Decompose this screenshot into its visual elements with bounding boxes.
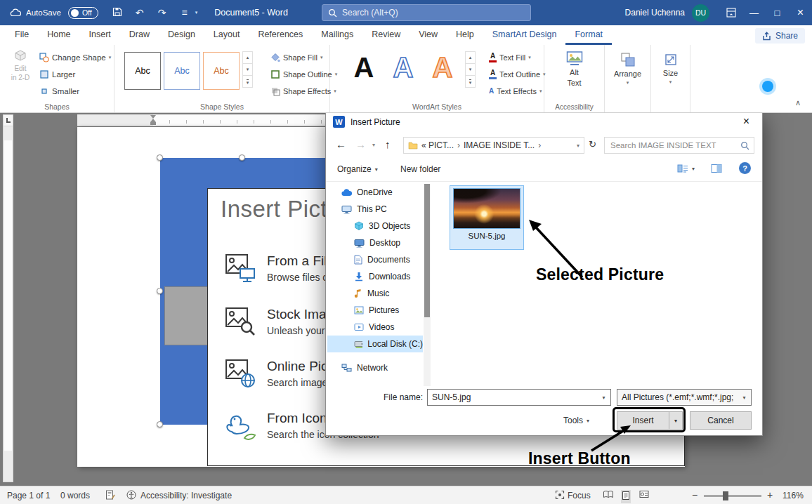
dropdown-icon[interactable]: ▾ [737, 394, 751, 401]
zoom-in-button[interactable]: + [767, 489, 773, 500]
tab-draw[interactable]: Draw [120, 25, 159, 45]
help-button[interactable]: ? [739, 162, 751, 174]
shape-effects-button[interactable]: Shape Effects ▾ [270, 84, 336, 98]
dialog-search-input[interactable] [605, 138, 754, 153]
qat-menu-button[interactable]: ≡ [176, 7, 194, 18]
sidebar-item-documents[interactable]: Documents [327, 251, 423, 268]
tab-review[interactable]: Review [362, 25, 410, 45]
collapse-ribbon-button[interactable]: ∧ [795, 98, 801, 107]
recent-locations-caret[interactable]: ▾ [372, 142, 375, 148]
wordart-preset-1[interactable]: A [347, 48, 381, 87]
share-button[interactable]: Share [755, 28, 805, 44]
text-outline-button[interactable]: A Text Outline ▾ [489, 67, 546, 81]
sidebar-item-local-disk-c[interactable]: Local Disk (C:) [327, 336, 423, 352]
file-tile-sun5[interactable]: SUN-5.jpg [450, 185, 524, 250]
sidebar-item-pictures[interactable]: Pictures [327, 302, 423, 319]
tab-insert[interactable]: Insert [80, 25, 120, 45]
tab-home[interactable]: Home [38, 25, 79, 45]
arrange-button[interactable]: Arrange ▾ [605, 52, 650, 86]
change-view-button[interactable]: ▾ [677, 164, 695, 173]
sidebar-item-music[interactable]: Music [327, 285, 423, 302]
address-dropdown-caret[interactable]: ▾ [577, 142, 579, 149]
size-button[interactable]: Size ▾ [651, 53, 690, 85]
gallery-scroll-up-button[interactable]: ▴ [465, 51, 476, 64]
proofing-icon[interactable] [105, 490, 115, 502]
insert-dropdown-icon[interactable]: ▾ [669, 412, 682, 429]
alt-text-button[interactable]: Alt Text [544, 51, 604, 87]
from-a-file-option[interactable]: From a FileBrowse files o [225, 253, 334, 283]
zoom-slider-thumb[interactable] [723, 491, 728, 500]
tab-format[interactable]: Format [565, 25, 612, 45]
file-name-combo[interactable]: ▾ [427, 389, 611, 406]
user-name[interactable]: Daniel Uchenna [625, 8, 685, 18]
close-button[interactable]: × [789, 0, 812, 25]
preview-pane-button[interactable] [711, 164, 722, 173]
shape-handle-top-center[interactable] [239, 154, 245, 161]
shape-fill-button[interactable]: Shape Fill ▾ [270, 51, 322, 65]
address-bar[interactable]: « PICT... › IMAGE INSIDE T... › ▾ [403, 137, 584, 154]
sidebar-item-desktop[interactable]: Desktop [327, 234, 423, 251]
tab-design[interactable]: Design [159, 25, 204, 45]
wordart-preset-3[interactable]: A [426, 48, 459, 87]
tab-references[interactable]: References [249, 25, 312, 45]
scrollbar-thumb[interactable] [424, 184, 430, 317]
tab-layout[interactable]: Layout [204, 25, 249, 45]
stock-images-option[interactable]: Stock ImagUnleash your [225, 307, 334, 336]
edit-in-2d-button[interactable]: Edit in 2-D [6, 49, 35, 81]
print-layout-icon[interactable] [621, 490, 631, 503]
sidebar-item-3d-objects[interactable]: 3D Objects [327, 218, 423, 234]
tab-file[interactable]: File [6, 25, 38, 45]
gallery-more-button[interactable]: ▾ [242, 75, 253, 88]
wordart-preset-2[interactable]: A [386, 48, 420, 87]
gallery-scroll-up-button[interactable]: ▴ [242, 51, 253, 64]
qat-caret-icon[interactable]: ▾ [195, 10, 198, 15]
save-button[interactable] [108, 7, 126, 19]
file-name-input[interactable] [428, 392, 596, 402]
file-type-combo[interactable]: All Pictures (*.emf;*.wmf;*.jpg; ▾ [617, 389, 752, 406]
dialog-search-box[interactable] [604, 137, 754, 154]
hanging-indent-marker[interactable] [150, 116, 156, 122]
zoom-slider-track[interactable] [704, 495, 761, 497]
tab-help[interactable]: Help [447, 25, 483, 45]
back-button[interactable]: ← [336, 139, 346, 150]
tab-mailings[interactable]: Mailings [312, 25, 362, 45]
dropdown-icon[interactable]: ▾ [596, 394, 610, 401]
organize-button[interactable]: Organize ▾ [337, 164, 378, 174]
breadcrumb-current[interactable]: IMAGE INSIDE T... [464, 140, 535, 150]
focus-button[interactable]: Focus [568, 491, 591, 500]
autosave-toggle[interactable]: Off [68, 7, 98, 19]
titlebar-search-input[interactable] [342, 8, 525, 18]
read-mode-icon[interactable] [603, 490, 614, 501]
zoom-level[interactable]: 116% [782, 491, 804, 500]
cancel-button[interactable]: Cancel [690, 411, 752, 430]
larger-button[interactable]: Larger [39, 67, 75, 81]
shape-handle-top-left[interactable] [157, 154, 163, 161]
web-layout-icon[interactable] [639, 490, 649, 501]
forward-button[interactable]: → [355, 139, 366, 150]
gallery-scroll-down-button[interactable]: ▾ [242, 63, 253, 76]
undo-button[interactable]: ↶ [131, 7, 149, 18]
up-button[interactable]: ↑ [385, 139, 391, 150]
sidebar-item-network[interactable]: Network [327, 359, 423, 376]
tab-view[interactable]: View [410, 25, 447, 45]
smaller-button[interactable]: Smaller [39, 84, 79, 98]
shape-handle-middle-left[interactable] [157, 288, 163, 294]
shape-style-preset-2[interactable]: Abc [164, 52, 200, 90]
sidebar-item-downloads[interactable]: Downloads [327, 268, 423, 285]
focus-icon[interactable] [555, 490, 565, 502]
dialog-close-button[interactable]: × [731, 111, 762, 131]
minimize-button[interactable]: — [742, 0, 766, 25]
titlebar-search[interactable] [322, 4, 531, 21]
shape-style-preset-1[interactable]: Abc [124, 52, 161, 90]
refresh-button[interactable]: ↻ [589, 140, 596, 149]
tab-stop-selector[interactable] [3, 114, 13, 126]
avatar[interactable]: DU [692, 4, 709, 22]
sidebar-item-videos[interactable]: Videos [327, 319, 423, 336]
ribbon-display-button[interactable] [719, 0, 742, 25]
sidebar-item-onedrive[interactable]: OneDrive [327, 184, 423, 201]
accessibility-icon[interactable] [126, 490, 136, 502]
sidebar-scrollbar[interactable] [424, 184, 431, 386]
tab-smartart-design[interactable]: SmartArt Design [483, 25, 566, 45]
change-shape-button[interactable]: Change Shape ▾ [39, 51, 111, 65]
text-effects-button[interactable]: A Text Effects ▾ [489, 84, 542, 98]
